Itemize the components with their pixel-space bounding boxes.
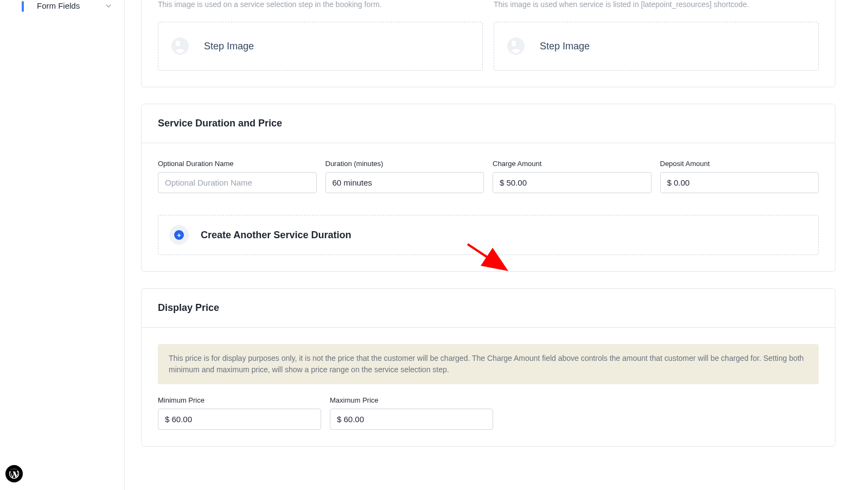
sidebar-item-label: Form Fields (37, 1, 80, 10)
duration-label: Duration (minutes) (326, 160, 484, 168)
maximum-price-label: Maximum Price (330, 396, 493, 404)
step-image-upload-left[interactable]: Step Image (158, 22, 483, 71)
step-image-upload-right[interactable]: Step Image (494, 22, 819, 71)
charge-amount-label: Charge Amount (493, 160, 652, 168)
chevron-down-icon (106, 3, 111, 9)
duration-price-title: Service Duration and Price (158, 118, 819, 129)
sidebar-item-form-fields[interactable]: Form Fields (0, 0, 124, 16)
display-price-card: Display Price This price is for display … (141, 288, 835, 447)
upload-label: Step Image (540, 41, 590, 52)
sidebar: Form Fields (0, 0, 125, 490)
main-content: This image is used on a service selectio… (141, 0, 852, 490)
duration-input[interactable] (326, 172, 484, 193)
create-another-duration-button[interactable]: + Create Another Service Duration (158, 215, 819, 255)
maximum-price-input[interactable] (330, 409, 493, 430)
step-image-hint-right: This image is used when service is liste… (494, 0, 819, 9)
images-card: This image is used on a service selectio… (141, 0, 835, 87)
upload-label: Step Image (204, 41, 254, 52)
display-price-title: Display Price (158, 302, 819, 314)
image-placeholder-icon (169, 35, 191, 57)
plus-circle-icon: + (169, 225, 189, 245)
deposit-amount-label: Deposit Amount (660, 160, 819, 168)
duration-name-input[interactable] (158, 172, 317, 193)
image-placeholder-icon (505, 35, 527, 57)
duration-price-card: Service Duration and Price Optional Dura… (141, 104, 835, 272)
minimum-price-input[interactable] (158, 409, 321, 430)
duration-name-label: Optional Duration Name (158, 160, 317, 168)
create-another-label: Create Another Service Duration (201, 230, 351, 241)
display-price-info: This price is for display purposes only,… (158, 344, 819, 384)
form-fields-icon (22, 2, 29, 10)
deposit-amount-input[interactable] (660, 172, 819, 193)
wordpress-badge[interactable] (5, 465, 23, 482)
charge-amount-input[interactable] (493, 172, 652, 193)
minimum-price-label: Minimum Price (158, 396, 321, 404)
step-image-hint-left: This image is used on a service selectio… (158, 0, 483, 9)
